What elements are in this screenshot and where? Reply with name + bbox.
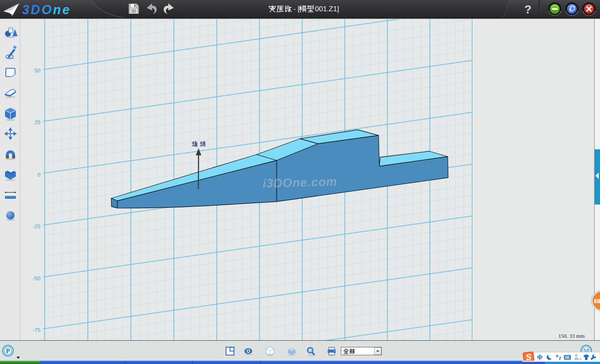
svg-text:25: 25 [35,119,40,125]
svg-text:150. 33 mm: 150. 33 mm [558,333,585,339]
svg-text:001.Z1]: 001.Z1] [315,5,339,13]
svg-text:P: P [6,347,10,354]
svg-text:3DOne: 3DOne [22,2,71,17]
svg-text:?: ? [524,3,531,16]
svg-text:- [: - [ [293,5,300,13]
svg-text:50: 50 [35,67,40,74]
svg-text:-25: -25 [32,223,40,229]
svg-text:-75: -75 [32,327,40,333]
svg-text:i3DOne.com: i3DOne.com [262,175,338,190]
svg-text:68: 68 [594,298,600,304]
svg-text:-50: -50 [32,275,40,282]
svg-text:0: 0 [38,172,40,178]
svg-text:14: 14 [577,357,581,361]
